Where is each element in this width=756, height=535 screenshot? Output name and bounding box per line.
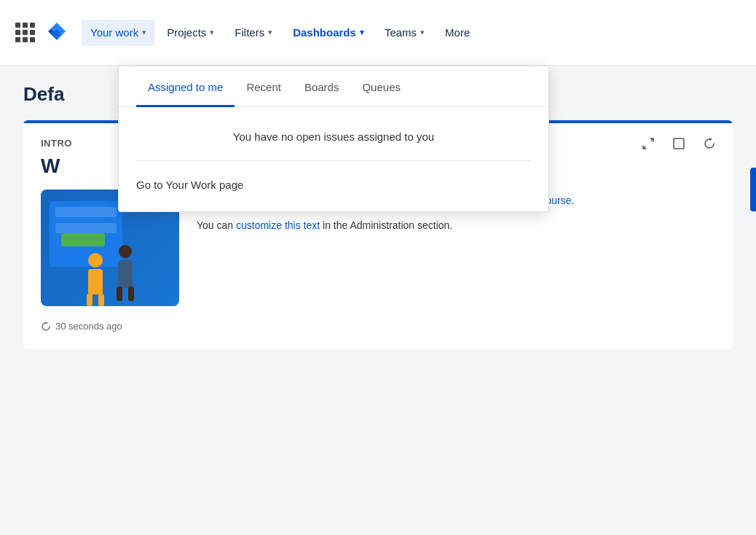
nav-more-label: More bbox=[445, 26, 470, 39]
nav-your-work-label: Your work bbox=[90, 26, 138, 39]
timestamp-text: 30 seconds ago bbox=[55, 321, 122, 332]
nav-teams[interactable]: Teams ▾ bbox=[376, 20, 433, 46]
chevron-down-icon: ▾ bbox=[420, 28, 425, 37]
nav-dashboards-label: Dashboards bbox=[293, 26, 356, 39]
svg-rect-3 bbox=[87, 294, 92, 306]
chevron-down-icon: ▾ bbox=[268, 28, 272, 37]
customize-text-link[interactable]: customize this text bbox=[236, 219, 320, 231]
svg-rect-2 bbox=[88, 269, 103, 294]
grid-menu-icon[interactable] bbox=[12, 20, 38, 46]
scroll-indicator bbox=[750, 168, 756, 211]
dropdown-divider bbox=[136, 160, 531, 161]
person2-illustration bbox=[112, 244, 138, 306]
chevron-down-icon: ▾ bbox=[142, 28, 146, 37]
dropdown-content-area: You have no open issues assigned to you … bbox=[119, 107, 548, 211]
svg-point-5 bbox=[119, 245, 132, 258]
expand-icon[interactable] bbox=[667, 132, 690, 155]
person1-illustration bbox=[81, 251, 110, 306]
nav-dashboards[interactable]: Dashboards ▾ bbox=[284, 20, 373, 46]
dropdown-tab-bar: Assigned to me Recent Boards Queues bbox=[119, 66, 548, 107]
refresh-icon[interactable] bbox=[698, 132, 721, 155]
nav-your-work[interactable]: Your work ▾ bbox=[82, 20, 155, 46]
nav-projects-label: Projects bbox=[167, 26, 206, 39]
nav-teams-label: Teams bbox=[385, 26, 417, 39]
jira-logo[interactable] bbox=[44, 20, 70, 46]
tab-assigned-to-me[interactable]: Assigned to me bbox=[136, 66, 235, 107]
card-actions bbox=[637, 132, 721, 155]
empty-state-message: You have no open issues assigned to you bbox=[136, 130, 531, 143]
svg-rect-7 bbox=[117, 286, 122, 301]
collapse-icon[interactable] bbox=[637, 132, 660, 155]
refresh-small-icon bbox=[41, 321, 51, 332]
your-work-dropdown: Assigned to me Recent Boards Queues You … bbox=[118, 66, 549, 212]
svg-point-1 bbox=[88, 253, 103, 268]
nav-projects[interactable]: Projects ▾ bbox=[158, 20, 223, 46]
svg-rect-8 bbox=[128, 286, 134, 301]
go-to-work-link[interactable]: Go to Your Work page bbox=[136, 179, 531, 191]
card-timestamp: 30 seconds ago bbox=[41, 321, 715, 332]
card-paragraph-2: You can customize this text in the Admin… bbox=[197, 217, 715, 233]
top-navigation: Your work ▾ Projects ▾ Filters ▾ Dashboa… bbox=[0, 0, 756, 66]
tab-queues[interactable]: Queues bbox=[350, 66, 412, 107]
svg-rect-6 bbox=[118, 260, 133, 288]
nav-filters-label: Filters bbox=[235, 26, 264, 39]
svg-rect-0 bbox=[674, 138, 684, 149]
chevron-down-icon: ▾ bbox=[360, 28, 364, 37]
tab-recent[interactable]: Recent bbox=[235, 66, 293, 107]
chevron-down-icon: ▾ bbox=[210, 28, 214, 37]
nav-filters[interactable]: Filters ▾ bbox=[226, 20, 281, 46]
svg-rect-4 bbox=[98, 294, 104, 306]
tab-boards[interactable]: Boards bbox=[293, 66, 351, 107]
nav-more[interactable]: More bbox=[436, 20, 479, 46]
